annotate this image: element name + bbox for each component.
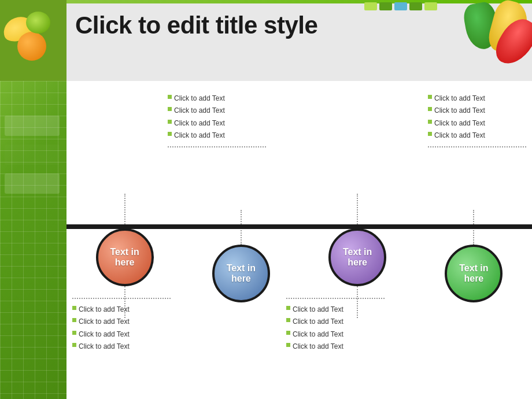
header: Click to edit title style — [0, 0, 532, 81]
lime-icon — [26, 12, 50, 34]
timeline-line — [66, 224, 532, 229]
list-item[interactable]: Click to add Text — [168, 130, 266, 141]
bullet-icon — [72, 331, 76, 335]
bullet-icon — [286, 343, 290, 347]
timeline-node-3[interactable]: Text in here — [328, 228, 386, 286]
text-block-node1-below: Click to add Text Click to add Text Clic… — [72, 298, 171, 353]
accent-block — [379, 2, 392, 10]
connector-dotted — [286, 298, 385, 299]
list-item[interactable]: Click to add Text — [72, 328, 171, 340]
fruit-decoration-left — [0, 0, 66, 81]
list-item[interactable]: Click to add Text — [286, 316, 385, 327]
bullet-icon — [168, 95, 172, 99]
bullet-icon — [286, 306, 290, 310]
list-item[interactable]: Click to add Text — [428, 117, 526, 129]
node-2-wrapper: Text in here — [212, 210, 270, 302]
list-item[interactable]: Click to add Text — [428, 130, 526, 141]
sidebar-stripe-2 — [5, 145, 60, 165]
connector-dotted — [72, 298, 171, 299]
accent-block — [424, 2, 437, 10]
bullet-icon — [428, 120, 432, 124]
list-item[interactable]: Click to add Text — [168, 105, 266, 116]
bullet-icon — [168, 107, 172, 111]
text-block-node2-above: Click to add Text Click to add Text Clic… — [168, 93, 266, 147]
timeline-node-1[interactable]: Text in here — [96, 228, 154, 286]
text-block-node3-below: Click to add Text Click to add Text Clic… — [286, 298, 385, 353]
timeline-node-4[interactable]: Text in here — [445, 245, 503, 302]
list-item[interactable]: Click to add Text — [286, 304, 385, 315]
list-item[interactable]: Click to add Text — [428, 93, 526, 104]
orange-icon — [17, 32, 46, 61]
bullet-icon — [72, 318, 76, 322]
bullet-icon — [168, 132, 172, 136]
vegetable-decoration-right — [439, 0, 532, 81]
bullet-icon — [428, 107, 432, 111]
list-item[interactable]: Click to add Text — [428, 105, 526, 116]
text-block-node4-above: Click to add Text Click to add Text Clic… — [428, 93, 526, 147]
timeline-wrapper: Click to add Text Click to add Text Clic… — [66, 81, 532, 399]
main-content: Click to add Text Click to add Text Clic… — [66, 81, 532, 399]
list-item[interactable]: Click to add Text — [168, 93, 266, 104]
dotted-line-down-1 — [124, 194, 125, 228]
bullet-icon — [72, 306, 76, 310]
list-item[interactable]: Click to add Text — [72, 304, 171, 315]
node-4-wrapper: Text in here — [445, 210, 503, 302]
connector-dotted — [428, 146, 526, 147]
list-item[interactable]: Click to add Text — [72, 316, 171, 327]
bullet-icon — [168, 120, 172, 124]
bullet-icon — [428, 132, 432, 136]
accent-block — [394, 2, 407, 10]
bullet-icon — [428, 95, 432, 99]
accent-block — [364, 2, 377, 10]
list-item[interactable]: Click to add Text — [168, 117, 266, 129]
green-accent-blocks — [362, 0, 439, 13]
bullet-icon — [72, 343, 76, 347]
accent-block — [409, 2, 422, 10]
sidebar-stripe-1 — [5, 116, 60, 136]
bullet-icon — [286, 331, 290, 335]
list-item[interactable]: Click to add Text — [286, 328, 385, 340]
timeline-node-2[interactable]: Text in here — [212, 245, 270, 302]
dotted-line-down-3 — [357, 194, 358, 228]
list-item[interactable]: Click to add Text — [72, 341, 171, 352]
list-item[interactable]: Click to add Text — [286, 341, 385, 352]
page-title[interactable]: Click to edit title style — [75, 12, 434, 39]
sidebar-stripe-3 — [5, 173, 60, 194]
connector-dotted — [168, 146, 266, 147]
bullet-icon — [286, 318, 290, 322]
